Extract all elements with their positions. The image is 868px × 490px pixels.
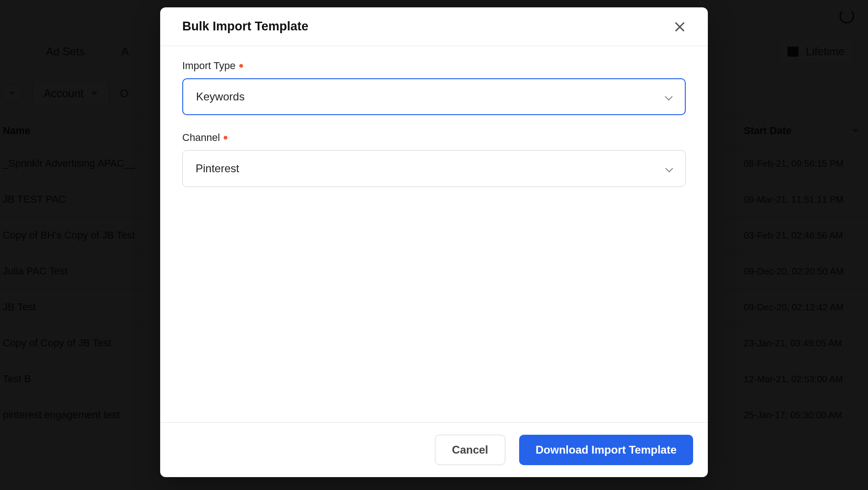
required-indicator xyxy=(224,136,227,140)
channel-field: Channel Pinterest xyxy=(182,132,686,187)
channel-value: Pinterest xyxy=(196,162,239,175)
cancel-button[interactable]: Cancel xyxy=(435,435,505,465)
chevron-down-icon xyxy=(665,93,672,100)
modal-header: Bulk Import Template xyxy=(160,7,708,46)
modal-footer: Cancel Download Import Template xyxy=(160,422,708,477)
import-type-field: Import Type Keywords xyxy=(182,60,686,115)
modal-overlay: Bulk Import Template Import Type Keyword… xyxy=(0,0,868,490)
bulk-import-modal: Bulk Import Template Import Type Keyword… xyxy=(160,7,708,477)
chevron-down-icon xyxy=(665,165,672,172)
channel-label: Channel xyxy=(182,132,686,144)
modal-body: Import Type Keywords Channel Pinterest xyxy=(160,46,708,422)
download-template-button[interactable]: Download Import Template xyxy=(519,435,693,465)
close-icon[interactable] xyxy=(674,21,686,33)
import-type-label: Import Type xyxy=(182,60,686,72)
channel-select[interactable]: Pinterest xyxy=(182,150,686,187)
import-type-select[interactable]: Keywords xyxy=(182,78,686,115)
import-type-value: Keywords xyxy=(196,90,244,103)
required-indicator xyxy=(239,64,243,68)
modal-title: Bulk Import Template xyxy=(182,19,308,34)
